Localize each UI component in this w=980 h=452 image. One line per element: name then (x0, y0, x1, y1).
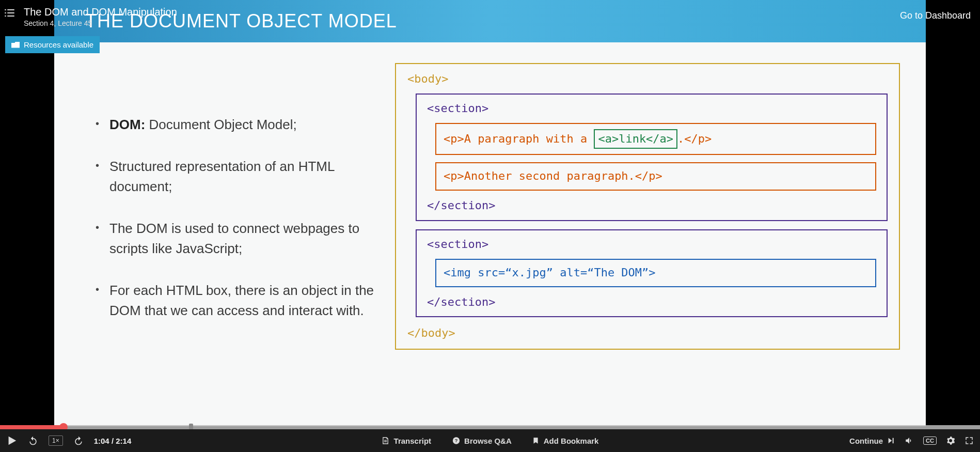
bullet-item: The DOM is used to connect webpages to s… (96, 219, 374, 259)
code-p2: <p>Another second paragraph.</p> (444, 169, 662, 182)
play-button[interactable] (6, 435, 18, 446)
bookmark-label: Add Bookmark (544, 437, 599, 445)
code-p1-pre: <p>A paragraph with a (444, 132, 594, 145)
bullet-text: Document Object Model; (145, 117, 296, 132)
bullet-text: The DOM is used to connect webpages to s… (109, 219, 374, 259)
resources-label: Resources available (24, 40, 93, 49)
lecture-subtitle: Section 4, Lecture 45 (24, 19, 177, 27)
dashboard-link[interactable]: Go to Dashboard (900, 10, 971, 21)
browse-qa-button[interactable]: ? Browse Q&A (452, 437, 512, 445)
code-body-open: <body> (407, 71, 888, 87)
video-progress-bar[interactable] (0, 425, 980, 429)
lecture-title: The DOM and DOM Manipulation (24, 6, 177, 18)
svg-text:?: ? (454, 438, 457, 443)
slide-bullets: DOM: Document Object Model; Structured r… (96, 63, 374, 350)
code-p1-post: .</p> (677, 132, 712, 145)
code-section-box: <section> <p>A paragraph with a <a>link<… (416, 93, 888, 221)
code-p-box: <p>A paragraph with a <a>link</a>.</p> (435, 123, 876, 155)
resources-badge[interactable]: Resources available (5, 36, 100, 53)
speed-value: 1× (49, 435, 63, 446)
time-text: 1:04 / 2:14 (94, 437, 132, 445)
rewind-button[interactable] (28, 435, 38, 446)
curriculum-menu-icon[interactable] (7, 9, 17, 17)
code-section-box: <section> <img src=“x.jpg” alt=“The DOM”… (416, 229, 888, 317)
bullet-item: DOM: Document Object Model; (96, 115, 374, 135)
code-section-close: </section> (427, 198, 876, 214)
progress-played (0, 425, 64, 429)
code-a-box: <a>link</a> (594, 129, 677, 149)
forward-button[interactable] (73, 435, 84, 446)
code-img-line: <img src=“x.jpg” alt=“The DOM”> (444, 266, 656, 279)
captions-button[interactable]: CC (923, 437, 937, 445)
code-body-close: </body> (407, 325, 888, 341)
bullet-bold: DOM: (109, 117, 145, 132)
video-overlay-header: The DOM and DOM Manipulation Section 4, … (0, 0, 980, 33)
cc-label: CC (923, 437, 937, 445)
video-slide: THE DOCUMENT OBJECT MODEL DOM: Document … (54, 0, 926, 426)
transcript-label: Transcript (394, 437, 432, 445)
folder-icon (11, 42, 20, 48)
volume-button[interactable] (905, 436, 914, 445)
transcript-button[interactable]: Transcript (382, 437, 432, 445)
settings-button[interactable] (946, 436, 955, 445)
code-section-close: </section> (427, 294, 876, 310)
next-icon (887, 437, 895, 445)
code-section-open: <section> (427, 101, 876, 117)
qa-label: Browse Q&A (464, 437, 512, 445)
lecture-info: The DOM and DOM Manipulation Section 4, … (24, 6, 177, 27)
continue-button[interactable]: Continue (849, 437, 895, 445)
video-controls: 1× 1:04 / 2:14 Transcript ? Browse Q&A A… (0, 429, 980, 452)
bullet-text: For each HTML box, there is an object in… (109, 280, 374, 321)
code-section-open: <section> (427, 237, 876, 253)
bullet-item: Structured representation of an HTML doc… (96, 157, 374, 197)
time-display: 1:04 / 2:14 (94, 437, 132, 445)
continue-label: Continue (849, 437, 883, 445)
code-img-box: <img src=“x.jpg” alt=“The DOM”> (435, 259, 876, 287)
code-body-box: <body> <section> <p>A paragraph with a <… (395, 63, 900, 350)
bullet-text: Structured representation of an HTML doc… (109, 157, 374, 197)
code-p-box: <p>Another second paragraph.</p> (435, 162, 876, 191)
bullet-item: For each HTML box, there is an object in… (96, 280, 374, 321)
progress-buffered (0, 425, 980, 429)
code-diagram: <body> <section> <p>A paragraph with a <… (395, 63, 900, 350)
add-bookmark-button[interactable]: Add Bookmark (532, 437, 599, 445)
playback-speed-button[interactable]: 1× (49, 435, 63, 446)
fullscreen-button[interactable] (965, 436, 974, 445)
